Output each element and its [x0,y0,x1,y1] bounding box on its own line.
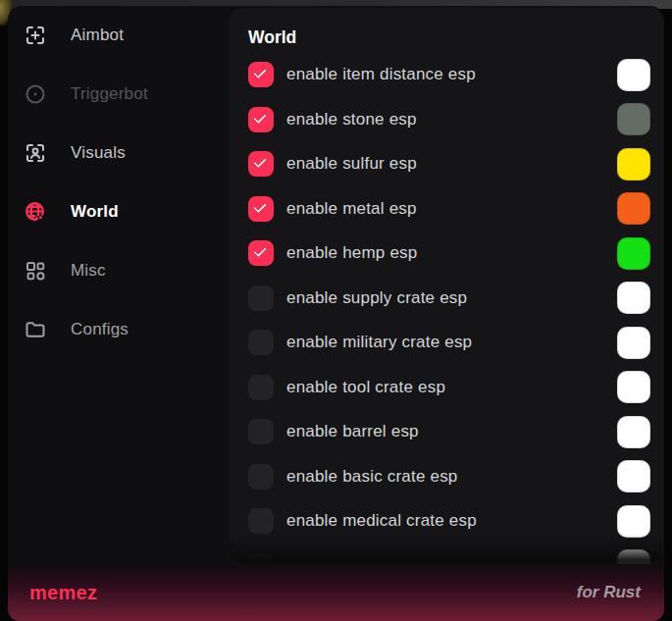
setting-checkbox[interactable] [248,419,274,444]
setting-checkbox[interactable] [248,107,274,132]
brand-suffix: for Rust [577,583,641,602]
settings-list: enable item distance espenable stone esp… [248,62,650,564]
color-swatch[interactable] [617,371,650,403]
setting-checkbox[interactable] [248,240,274,266]
setting-checkbox[interactable] [248,330,274,355]
triggerbot-target-icon [24,82,47,106]
cheat-menu-window: AimbotTriggerbotVisualsWorldMiscConfigs … [8,6,664,621]
sidebar-item-aimbot[interactable]: Aimbot [24,16,229,55]
sidebar-item-label: Configs [71,320,129,339]
color-swatch[interactable] [617,416,650,448]
setting-checkbox[interactable] [248,196,274,222]
setting-row [248,553,650,565]
sidebar-item-label: World [71,202,119,222]
setting-label: enable basic crate esp [286,467,458,487]
misc-shapes-icon [24,259,47,283]
sidebar-item-label: Triggerbot [71,84,148,104]
setting-label: enable sulfur esp [286,154,417,174]
setting-row: enable basic crate esp [248,464,650,490]
sidebar-item-label: Misc [71,261,106,281]
sidebar-item-label: Aimbot [71,26,124,45]
setting-checkbox[interactable] [248,464,274,490]
setting-row: enable barrel esp [248,419,650,444]
checkmark-icon [253,110,266,123]
setting-row: enable item distance esp [248,62,650,87]
setting-row: enable sulfur esp [248,151,650,177]
setting-row: enable tool crate esp [248,375,650,400]
color-swatch[interactable] [617,460,650,492]
visuals-scan-person-icon [24,141,47,165]
color-swatch[interactable] [617,505,650,538]
footer-bar: memez for Rust [8,564,664,621]
sidebar-item-triggerbot[interactable]: Triggerbot [24,75,229,114]
sidebar-item-visuals[interactable]: Visuals [24,133,229,173]
setting-label: enable hemp esp [286,243,417,263]
panel-title: World [248,27,650,48]
setting-checkbox[interactable] [248,285,274,311]
setting-label: enable military crate esp [286,333,472,352]
setting-row: enable military crate esp [248,330,650,355]
checkmark-icon [253,244,266,257]
setting-label: enable item distance esp [286,65,476,84]
setting-checkbox[interactable] [248,375,274,400]
sidebar-item-configs[interactable]: Configs [24,310,229,349]
aimbot-crosshair-icon [24,24,47,47]
color-swatch[interactable] [617,103,650,135]
configs-folder-icon [24,318,47,341]
sidebar-item-label: Visuals [71,143,126,163]
setting-row: enable hemp esp [248,240,650,266]
brand-name: memez [29,582,97,604]
color-swatch[interactable] [617,327,650,359]
setting-label: enable tool crate esp [286,378,445,397]
color-swatch[interactable] [617,549,650,564]
setting-row: enable medical crate esp [248,508,650,534]
setting-checkbox[interactable] [248,62,274,87]
color-swatch[interactable] [617,237,650,270]
setting-row: enable stone esp [248,107,650,132]
checkmark-icon [253,66,266,78]
sidebar-nav: AimbotTriggerbotVisualsWorldMiscConfigs [8,6,229,564]
setting-checkbox[interactable] [248,553,274,565]
setting-label: enable barrel esp [286,422,419,441]
checkmark-icon [253,199,266,212]
color-swatch[interactable] [617,282,650,314]
color-swatch[interactable] [617,59,650,91]
setting-label: enable supply crate esp [286,288,467,308]
world-globe-star-icon [24,200,47,224]
checkmark-icon [253,155,266,168]
setting-row: enable supply crate esp [248,285,650,311]
sidebar-item-misc[interactable]: Misc [24,251,229,290]
setting-label: enable medical crate esp [286,511,477,531]
color-swatch[interactable] [617,148,650,181]
sidebar-item-world[interactable]: World [24,192,229,232]
world-panel: World enable item distance espenable sto… [229,8,664,564]
setting-label: enable metal esp [286,199,417,219]
setting-checkbox[interactable] [248,151,274,177]
setting-row: enable metal esp [248,196,650,222]
setting-label: enable stone esp [286,110,417,129]
setting-checkbox[interactable] [248,508,274,534]
color-swatch[interactable] [617,192,650,225]
